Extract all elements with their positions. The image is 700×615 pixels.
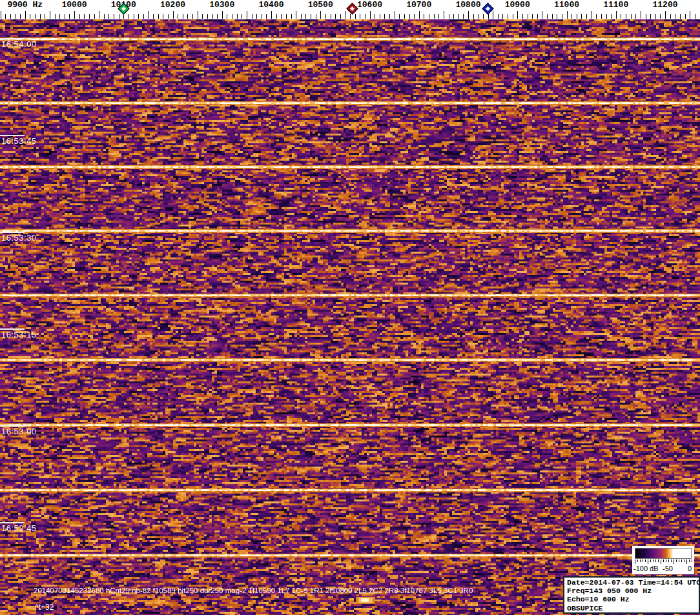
colorbar-tick xyxy=(689,560,690,562)
info-box-line: OBSUPICE xyxy=(567,604,699,612)
ruler-tick xyxy=(178,14,178,19)
ruler-tick xyxy=(473,14,474,19)
ruler-tick xyxy=(84,14,85,19)
ruler-tick xyxy=(143,14,144,19)
ruler-tick xyxy=(15,14,16,19)
ruler-tick xyxy=(129,14,129,19)
ruler-tick xyxy=(508,14,508,19)
ruler-tick xyxy=(365,14,365,19)
spectrogram-app: 9900 Hz100001010010200103001040010500106… xyxy=(0,0,700,615)
colorbar-label-max: 0 xyxy=(688,565,692,572)
colorbar-tick xyxy=(684,560,685,562)
ruler-tick xyxy=(345,11,345,19)
ruler-tick xyxy=(655,14,656,19)
ruler-tick xyxy=(55,14,56,19)
ruler-tick xyxy=(513,14,513,19)
colorbar-tick xyxy=(666,560,666,562)
ruler-tick xyxy=(360,14,360,19)
ruler-tick xyxy=(237,14,238,19)
ruler-tick xyxy=(148,11,149,19)
ruler-tick xyxy=(532,14,533,19)
ruler-tick xyxy=(114,14,114,19)
colorbar-tick xyxy=(686,560,687,564)
ruler-tick xyxy=(468,11,469,19)
colorbar-tick xyxy=(653,560,654,562)
ruler-frequency-label: 11000 xyxy=(554,0,579,10)
ruler-tick xyxy=(271,11,272,19)
ruler-tick xyxy=(537,14,538,19)
colorbar-tick xyxy=(674,560,674,564)
ruler-tick xyxy=(153,14,154,19)
ruler-tick xyxy=(305,14,306,19)
ruler-tick xyxy=(212,14,213,19)
ruler-tick xyxy=(30,14,30,19)
ruler-tick xyxy=(438,14,439,19)
ruler-tick xyxy=(631,14,632,19)
colorbar-tick xyxy=(668,560,669,562)
ruler-tick xyxy=(695,14,695,19)
ruler-tick xyxy=(567,11,568,19)
info-box-line: Freq=143 050 000 Hz xyxy=(567,587,699,595)
colorbar-tick xyxy=(650,560,651,562)
ruler-tick xyxy=(316,14,316,19)
colorbar-tick xyxy=(658,560,659,562)
ruler-tick xyxy=(168,14,169,19)
ruler-tick xyxy=(592,11,592,19)
ruler-tick xyxy=(119,14,119,19)
ruler-tick xyxy=(89,14,90,19)
freq-marker-green-diamond-icon[interactable] xyxy=(118,3,130,15)
colorbar-tick xyxy=(635,560,635,564)
ruler-tick xyxy=(522,14,523,19)
time-axis-label: 16:53:45 xyxy=(1,136,37,146)
ruler-tick xyxy=(350,14,351,19)
ruler-tick xyxy=(1,11,1,19)
ruler-frequency-label: 10500 xyxy=(308,0,333,10)
ruler-tick xyxy=(266,14,267,19)
ruler-tick xyxy=(20,14,21,19)
ruler-tick xyxy=(202,14,203,19)
ruler-tick xyxy=(596,14,597,19)
time-axis-label: 16:53:00 xyxy=(1,427,37,436)
frequency-ruler[interactable]: 9900 Hz100001010010200103001040010500106… xyxy=(0,0,700,19)
ruler-tick xyxy=(281,14,282,19)
colorbar-tick xyxy=(643,560,643,562)
ruler-frequency-label: 9900 Hz xyxy=(7,0,43,10)
ruler-tick xyxy=(458,14,459,19)
ruler-tick xyxy=(192,14,193,19)
ruler-tick xyxy=(286,14,287,19)
time-axis-label: 16:52:45 xyxy=(1,523,37,533)
ruler-tick xyxy=(429,14,429,19)
ruler-tick xyxy=(571,14,572,19)
ruler-tick xyxy=(99,11,99,19)
colorbar-tick xyxy=(637,560,638,562)
ruler-tick xyxy=(414,14,415,19)
waterfall-display[interactable] xyxy=(0,19,700,615)
ruler-tick xyxy=(158,14,159,19)
ruler-tick xyxy=(340,14,341,19)
ruler-tick xyxy=(419,11,420,19)
timebase-corner-label: ^t+32 xyxy=(35,603,54,612)
ruler-tick xyxy=(665,11,666,19)
ruler-tick xyxy=(606,14,607,19)
ruler-tick xyxy=(291,14,292,19)
ruler-tick xyxy=(252,14,252,19)
freq-marker-red-diamond-icon[interactable] xyxy=(346,3,358,15)
ruler-tick xyxy=(227,14,227,19)
freq-marker-blue-diamond-icon[interactable] xyxy=(482,3,494,15)
ruler-tick xyxy=(163,14,163,19)
ruler-tick xyxy=(685,14,686,19)
ruler-tick xyxy=(222,11,223,19)
ruler-tick xyxy=(10,14,11,19)
ruler-tick xyxy=(453,14,454,19)
ruler-frequency-label: 10400 xyxy=(258,0,283,10)
ruler-tick xyxy=(370,11,371,19)
time-axis-label: 16:53:15 xyxy=(1,330,37,339)
ruler-tick xyxy=(586,14,587,19)
ruler-tick xyxy=(311,14,311,19)
ruler-tick xyxy=(40,14,41,19)
ruler-tick xyxy=(498,14,499,19)
ruler-tick xyxy=(621,14,621,19)
ruler-tick xyxy=(399,14,400,19)
ruler-frequency-label: 10300 xyxy=(209,0,234,10)
ruler-tick xyxy=(79,14,80,19)
